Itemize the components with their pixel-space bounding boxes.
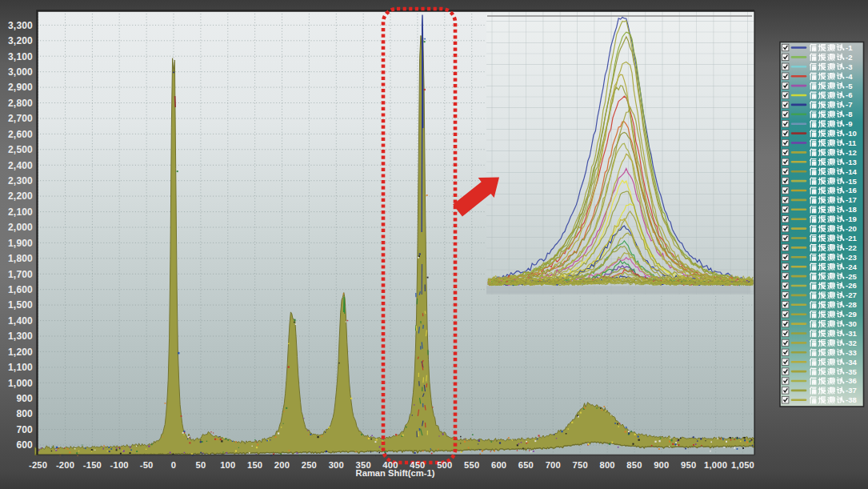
svg-text:-38: -38 xyxy=(846,395,857,404)
svg-text:1,700: 1,700 xyxy=(8,269,33,280)
svg-text:600: 600 xyxy=(16,439,33,451)
svg-text:900: 900 xyxy=(16,393,33,404)
svg-text:-36: -36 xyxy=(846,376,857,385)
svg-text:50: 50 xyxy=(195,460,206,470)
svg-text:-28: -28 xyxy=(846,300,857,309)
svg-text:1,600: 1,600 xyxy=(8,284,33,295)
svg-text:250: 250 xyxy=(302,460,317,470)
svg-text:-32: -32 xyxy=(846,339,857,347)
svg-text:1,300: 1,300 xyxy=(8,331,33,342)
svg-text:1,000: 1,000 xyxy=(704,460,727,470)
svg-text:1,000: 1,000 xyxy=(8,378,33,389)
svg-text:-29: -29 xyxy=(846,310,857,319)
svg-text:-35: -35 xyxy=(846,367,857,376)
svg-text:2,500: 2,500 xyxy=(8,144,33,155)
svg-text:-5: -5 xyxy=(846,82,853,90)
svg-text:-2: -2 xyxy=(846,53,852,62)
svg-text:-34: -34 xyxy=(846,358,857,367)
svg-text:2,100: 2,100 xyxy=(8,206,33,218)
svg-text:-10: -10 xyxy=(846,129,857,138)
svg-text:-21: -21 xyxy=(846,234,857,242)
svg-text:2,700: 2,700 xyxy=(8,113,33,124)
svg-text:Raman Shift(cm-1): Raman Shift(cm-1) xyxy=(356,468,435,478)
svg-text:100: 100 xyxy=(220,460,235,470)
svg-text:-9: -9 xyxy=(846,119,852,128)
svg-text:-20: -20 xyxy=(846,224,857,233)
svg-text:-31: -31 xyxy=(846,329,857,338)
svg-text:750: 750 xyxy=(573,460,588,470)
svg-text:-8: -8 xyxy=(846,110,852,118)
svg-text:-50: -50 xyxy=(140,460,154,470)
svg-text:-22: -22 xyxy=(846,243,857,252)
svg-text:2,200: 2,200 xyxy=(8,190,33,202)
svg-text:850: 850 xyxy=(626,460,642,470)
svg-text:-11: -11 xyxy=(846,138,857,147)
svg-text:-37: -37 xyxy=(846,386,857,395)
svg-text:-3: -3 xyxy=(846,62,852,71)
svg-text:-16: -16 xyxy=(846,186,857,194)
svg-text:2,400: 2,400 xyxy=(8,160,33,171)
svg-text:1,800: 1,800 xyxy=(8,253,33,264)
svg-text:-26: -26 xyxy=(846,281,857,290)
svg-text:900: 900 xyxy=(654,460,669,470)
svg-text:-23: -23 xyxy=(846,253,857,262)
svg-text:800: 800 xyxy=(599,460,614,470)
svg-text:3,100: 3,100 xyxy=(8,51,33,62)
svg-text:-19: -19 xyxy=(846,214,857,223)
svg-text:-24: -24 xyxy=(846,263,857,271)
svg-text:-250: -250 xyxy=(29,460,47,470)
svg-text:600: 600 xyxy=(491,460,506,470)
svg-text:-1: -1 xyxy=(846,43,853,52)
svg-text:550: 550 xyxy=(464,460,479,470)
svg-text:-25: -25 xyxy=(846,272,857,281)
svg-text:150: 150 xyxy=(247,460,262,470)
svg-text:-13: -13 xyxy=(846,158,857,166)
svg-text:-6: -6 xyxy=(846,90,852,99)
svg-text:-27: -27 xyxy=(846,291,857,299)
svg-text:2,600: 2,600 xyxy=(8,129,33,140)
svg-text:-7: -7 xyxy=(846,100,852,109)
svg-text:-14: -14 xyxy=(846,167,857,176)
svg-text:1,900: 1,900 xyxy=(8,238,33,249)
svg-text:3,300: 3,300 xyxy=(8,20,33,31)
svg-text:1,500: 1,500 xyxy=(8,299,33,311)
svg-text:-33: -33 xyxy=(846,348,857,357)
svg-text:1,050: 1,050 xyxy=(731,460,754,470)
svg-text:200: 200 xyxy=(274,460,290,470)
svg-text:800: 800 xyxy=(16,408,33,419)
svg-text:2,900: 2,900 xyxy=(8,82,33,93)
svg-text:950: 950 xyxy=(681,460,696,470)
svg-text:-18: -18 xyxy=(846,205,857,214)
svg-text:2,800: 2,800 xyxy=(8,98,33,109)
svg-text:1,100: 1,100 xyxy=(8,362,33,373)
svg-text:-100: -100 xyxy=(110,460,129,470)
svg-text:-12: -12 xyxy=(846,148,857,157)
svg-text:-17: -17 xyxy=(846,195,857,204)
svg-text:-15: -15 xyxy=(846,177,857,186)
svg-text:0: 0 xyxy=(171,460,176,470)
svg-text:1,400: 1,400 xyxy=(8,315,33,327)
svg-text:-30: -30 xyxy=(846,319,857,328)
svg-text:2,000: 2,000 xyxy=(8,222,33,233)
svg-text:3,200: 3,200 xyxy=(8,35,33,46)
svg-text:3,000: 3,000 xyxy=(8,66,33,78)
svg-text:300: 300 xyxy=(329,460,344,470)
svg-text:2,300: 2,300 xyxy=(8,175,33,186)
svg-text:700: 700 xyxy=(546,460,561,470)
svg-text:-150: -150 xyxy=(83,460,102,470)
svg-text:700: 700 xyxy=(16,424,33,435)
svg-text:500: 500 xyxy=(437,460,452,470)
svg-text:650: 650 xyxy=(518,460,534,470)
svg-text:-200: -200 xyxy=(56,460,74,470)
svg-text:-4: -4 xyxy=(846,72,853,81)
svg-text:1,200: 1,200 xyxy=(8,347,33,358)
